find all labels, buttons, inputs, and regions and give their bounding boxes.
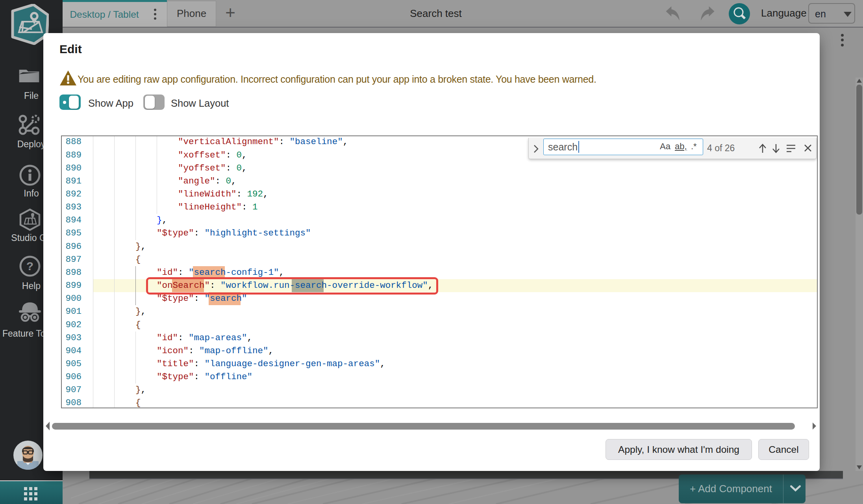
svg-text:?: ? (26, 259, 33, 272)
